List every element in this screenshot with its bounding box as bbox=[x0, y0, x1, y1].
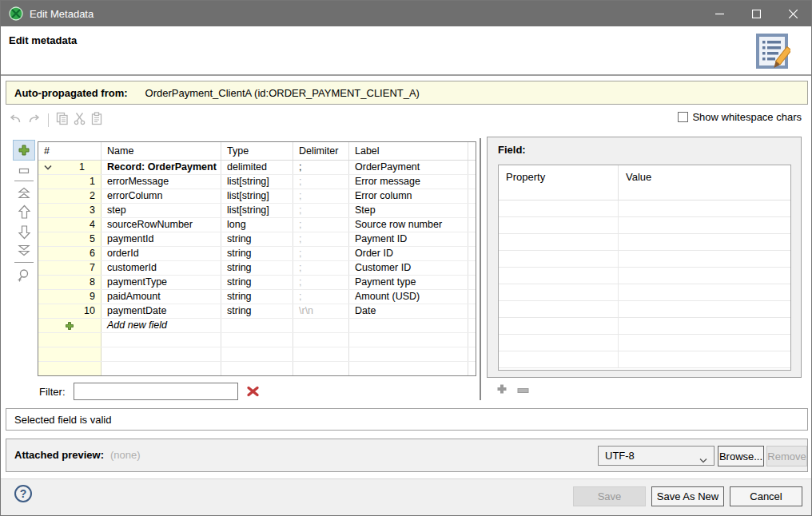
empty-cell[interactable] bbox=[468, 175, 476, 189]
record-number-cell[interactable]: 1 bbox=[38, 161, 102, 174]
field-delimiter[interactable]: ; bbox=[293, 232, 349, 246]
add-new-field-row[interactable]: Add new field bbox=[38, 319, 476, 333]
cancel-button[interactable]: Cancel bbox=[730, 486, 802, 506]
empty-cell[interactable] bbox=[468, 261, 476, 275]
field-number[interactable]: 2 bbox=[38, 189, 102, 203]
show-whitespace-checkbox[interactable]: Show whitespace chars bbox=[678, 111, 802, 123]
move-up-icon[interactable] bbox=[18, 204, 31, 220]
field-number[interactable]: 8 bbox=[38, 276, 102, 289]
minimize-button[interactable] bbox=[701, 1, 738, 26]
field-number[interactable]: 4 bbox=[38, 218, 102, 232]
field-label[interactable]: Source row number bbox=[349, 218, 468, 232]
table-row[interactable]: 10paymentDatestring\r\nDate bbox=[38, 304, 476, 319]
field-name[interactable]: paymentDate bbox=[102, 304, 221, 318]
field-delimiter[interactable]: ; bbox=[293, 261, 349, 275]
field-name[interactable]: paidAmount bbox=[102, 290, 221, 304]
field-name[interactable]: paymentType bbox=[102, 276, 221, 289]
field-label[interactable]: Error message bbox=[349, 175, 468, 189]
checkbox-box[interactable] bbox=[678, 112, 688, 122]
add-field-plus-cell[interactable] bbox=[38, 319, 102, 332]
table-row[interactable]: 8paymentTypestring;Payment type bbox=[38, 276, 476, 290]
add-field-icon[interactable] bbox=[13, 140, 35, 161]
browse-button[interactable]: Browse... bbox=[718, 446, 764, 466]
field-number[interactable]: 3 bbox=[38, 204, 102, 217]
panel-sash[interactable] bbox=[480, 138, 481, 400]
field-name[interactable]: sourceRowNumber bbox=[102, 218, 221, 232]
redo-icon[interactable] bbox=[27, 113, 41, 127]
field-type[interactable]: list[string] bbox=[221, 189, 293, 203]
field-delimiter[interactable]: ; bbox=[293, 204, 349, 217]
field-delimiter[interactable]: ; bbox=[293, 218, 349, 232]
field-label[interactable]: Date bbox=[349, 304, 468, 318]
undo-icon[interactable] bbox=[9, 113, 22, 127]
move-top-icon[interactable] bbox=[17, 187, 31, 200]
field-delimiter[interactable]: ; bbox=[293, 247, 349, 260]
field-label[interactable]: Error column bbox=[349, 189, 468, 203]
field-name[interactable]: orderId bbox=[102, 247, 221, 260]
cut-icon[interactable] bbox=[74, 112, 86, 128]
column-header-value[interactable]: Value bbox=[619, 165, 790, 200]
field-type[interactable]: string bbox=[221, 304, 293, 318]
record-label[interactable]: OrderPayment bbox=[349, 161, 468, 174]
field-label[interactable]: Payment ID bbox=[349, 232, 468, 246]
field-delimiter[interactable]: \r\n bbox=[293, 304, 349, 318]
record-row[interactable]: 1 Record: OrderPayment delimited ; Order… bbox=[38, 161, 476, 175]
move-down-icon[interactable] bbox=[18, 224, 31, 240]
empty-cell[interactable] bbox=[468, 232, 476, 246]
empty-cell[interactable] bbox=[468, 304, 476, 318]
empty-cell[interactable] bbox=[468, 276, 476, 289]
record-delimiter[interactable]: ; bbox=[293, 161, 349, 174]
help-icon[interactable]: ? bbox=[14, 485, 32, 502]
close-button[interactable] bbox=[774, 1, 811, 26]
save-as-new-button[interactable]: Save As New bbox=[651, 486, 724, 506]
field-number[interactable]: 5 bbox=[38, 232, 102, 246]
record-name[interactable]: Record: OrderPayment bbox=[102, 161, 221, 174]
field-number[interactable]: 6 bbox=[38, 247, 102, 260]
field-type[interactable]: list[string] bbox=[221, 175, 293, 189]
field-delimiter[interactable]: ; bbox=[293, 175, 349, 189]
field-number[interactable]: 7 bbox=[38, 261, 102, 275]
field-type[interactable]: string bbox=[221, 261, 293, 275]
field-number[interactable]: 9 bbox=[38, 290, 102, 304]
clear-filter-icon[interactable] bbox=[246, 386, 260, 397]
empty-cell[interactable] bbox=[468, 218, 476, 232]
empty-cell[interactable] bbox=[468, 290, 476, 304]
remove-property-icon[interactable] bbox=[517, 384, 529, 396]
table-row[interactable]: 4sourceRowNumberlong;Source row number bbox=[38, 218, 476, 232]
column-header-number[interactable]: # bbox=[38, 142, 102, 160]
maximize-button[interactable] bbox=[738, 1, 774, 26]
field-type[interactable]: string bbox=[221, 276, 293, 289]
chevron-down-icon[interactable] bbox=[44, 161, 52, 174]
field-name[interactable]: errorMessage bbox=[102, 175, 221, 189]
field-delimiter[interactable]: ; bbox=[293, 189, 349, 203]
remove-field-icon[interactable] bbox=[18, 166, 30, 176]
table-row[interactable]: 3steplist[string];Step bbox=[38, 204, 476, 218]
field-name[interactable]: customerId bbox=[102, 261, 221, 275]
field-type[interactable]: string bbox=[221, 247, 293, 260]
filter-input[interactable] bbox=[74, 383, 238, 400]
empty-cell[interactable] bbox=[468, 247, 476, 260]
add-field-label[interactable]: Add new field bbox=[102, 319, 221, 332]
encoding-select[interactable]: UTF-8 bbox=[598, 446, 714, 466]
field-name[interactable]: errorColumn bbox=[102, 189, 221, 203]
empty-cell[interactable] bbox=[468, 204, 476, 217]
add-property-icon[interactable] bbox=[496, 383, 508, 397]
field-label[interactable]: Step bbox=[349, 204, 468, 217]
table-row[interactable]: 6orderIdstring;Order ID bbox=[38, 247, 476, 261]
column-header-property[interactable]: Property bbox=[499, 165, 619, 200]
field-delimiter[interactable]: ; bbox=[293, 276, 349, 289]
find-icon[interactable] bbox=[17, 268, 31, 283]
field-type[interactable]: list[string] bbox=[221, 204, 293, 217]
record-type[interactable]: delimited bbox=[221, 161, 293, 174]
move-bottom-icon[interactable] bbox=[17, 244, 31, 257]
table-row[interactable]: 5paymentIdstring;Payment ID bbox=[38, 232, 476, 247]
copy-icon[interactable] bbox=[56, 112, 69, 128]
table-row[interactable]: 7customerIdstring;Customer ID bbox=[38, 261, 476, 276]
field-number[interactable]: 1 bbox=[38, 175, 102, 189]
field-label[interactable]: Order ID bbox=[349, 247, 468, 260]
field-label[interactable]: Payment type bbox=[349, 276, 468, 289]
field-name[interactable]: step bbox=[102, 204, 221, 217]
field-type[interactable]: string bbox=[221, 290, 293, 304]
column-header-label[interactable]: Label bbox=[349, 142, 468, 160]
column-header-name[interactable]: Name bbox=[102, 142, 221, 160]
